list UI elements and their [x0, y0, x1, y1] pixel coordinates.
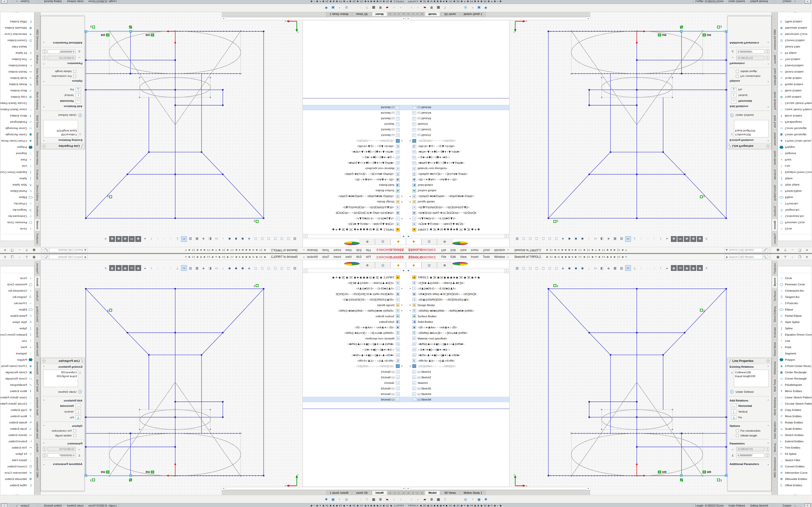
layers-icon[interactable]: ≣ [377, 496, 383, 502]
folder-settings-icon[interactable]: ▣ [330, 5, 336, 11]
tree-row-garbled[interactable]: ★ ○ƧƷƐ♣◦♟◎ΛAΦ○ ◦ ○ΦAΛ◎♟◦♣ƐƷƧ○ [303, 280, 406, 286]
layers-icon[interactable]: ≣ [429, 496, 435, 502]
tab-nav-last-icon[interactable]: ►| [420, 491, 424, 495]
expand-arrow-icon[interactable]: ► [400, 218, 403, 220]
cube-icon[interactable]: ◈ [201, 265, 206, 271]
tab-nav-first-icon[interactable]: |◄ [406, 12, 410, 16]
perpendicular-eye-icon[interactable]: ⊥ [174, 236, 180, 242]
swap-disabled-icon[interactable]: ⇅ [364, 5, 370, 11]
featuremanager-tab[interactable]: ◆ [406, 262, 421, 268]
tree-row-garbled[interactable]: ◕ ○Ƨ5♟◎Ƨ5ИNƷƐƧ5○ ◦ ○Ƨ5ƷƐNnƧ5◎♟5○ [303, 297, 406, 302]
view-3d-icon[interactable]: 3D [677, 236, 683, 242]
spline-disabled-icon[interactable]: ~ [161, 236, 167, 242]
flyout-sketch-fillet[interactable]: ◞ Sketch Fillet [778, 457, 812, 463]
tab-direct-editing[interactable]: Direct Editing [35, 182, 40, 204]
existing-relations-list[interactable]: ⊥ Collinear108 Equal length109 [43, 120, 78, 137]
tree-row-sketch2[interactable]: ∟ (-) Sketch2 [303, 375, 406, 380]
for-construction-checkbox[interactable]: For construction [728, 428, 771, 433]
expand-arrow-icon[interactable]: ► [409, 309, 412, 312]
help-icon[interactable]: ? [781, 248, 789, 252]
flyout-3-point-center-rectangle[interactable]: ◈ 3 Point Center Recta... [0, 363, 34, 369]
restore-button[interactable]: ❐ [796, 255, 803, 259]
menu-item[interactable]: Insert [331, 255, 343, 259]
dimension-109-left[interactable]: 109 [658, 34, 666, 37]
flyout-line[interactable]: / Line [778, 338, 812, 344]
tree-flyout-arrow[interactable]: › [304, 234, 307, 238]
flyout-point[interactable]: ▪ Point [0, 157, 34, 163]
menu-item[interactable]: Tools [481, 248, 492, 252]
relation-tag-3[interactable]: 3 [717, 25, 722, 29]
pointer-icon[interactable]: ▸ [664, 265, 670, 271]
flyout-segment[interactable]: ∷ Segment [778, 151, 812, 157]
appearance-icon[interactable]: ◖ [408, 5, 414, 11]
visibility-icon[interactable]: ◉ [135, 236, 141, 242]
shaded-edges-icon[interactable]: ■ [573, 236, 579, 242]
tab-mesh-modeling[interactable]: Mesh Modeling [35, 89, 40, 112]
menu-item[interactable]: File [364, 255, 373, 259]
tree-row-locked-folder[interactable]: ► ▪ ○Ƨ5ƷƐИNΛ∩·○ ◦ ○·∩ΛИNƷƐ5○ [303, 138, 406, 144]
settings-circle-icon[interactable]: ◎ [344, 5, 349, 11]
tab-model[interactable]: Model [372, 12, 387, 16]
tab-direct-editing[interactable]: Direct Editing [35, 303, 40, 325]
pin-icon[interactable]: ▸ [303, 249, 305, 252]
infinite-length-checkbox[interactable]: Infinite length [728, 69, 771, 74]
menu-item[interactable]: View [343, 248, 354, 252]
tab-mbd-dimensions[interactable]: MBD Dimensions [35, 454, 40, 481]
tree-root[interactable]: ◆ TЯPDL2. ◉ ƷƐ ◉ Ш ◉ ◉ ◉ ♣ ◉ ƆC ◉ ƷƐ ◉ ✛… [303, 227, 406, 232]
relation-item[interactable]: Equal length109 [735, 129, 767, 133]
displaymanager-tab[interactable] [344, 262, 360, 265]
arrow-down-icon[interactable]: ↓ [586, 236, 592, 242]
relation-item[interactable]: Collinear108 [45, 370, 77, 374]
tab-surfaces[interactable]: Surfaces [772, 289, 777, 303]
view-right-icon[interactable]: ▢ [540, 236, 546, 242]
visibility4-icon[interactable]: ◉ [109, 236, 115, 242]
flyout-stretch-entities[interactable]: ↦ Stretch Entities [0, 432, 34, 438]
scroll-thumb[interactable] [226, 487, 402, 490]
restore-button[interactable]: ❐ [9, 248, 16, 252]
pencil-tag[interactable] [680, 25, 683, 29]
tree-filter-row[interactable]: ▼ [406, 268, 509, 273]
scroll-right-icon[interactable]: ► [587, 487, 590, 490]
exit-sketch-icon[interactable]: ↩ [625, 265, 631, 271]
flyout-linear-sketch-pattern[interactable]: ∷ Linear Sketch Pattern [778, 394, 812, 400]
tree-row-garbled[interactable]: ▭ ○♣Ƨ9℮◦♟○∗◉[○◦○]◉∗○♟◦℮9Ƨ♣○ [303, 149, 406, 155]
add-relations-header[interactable]: Add Relations⌃ [41, 104, 84, 109]
tab-3d-views[interactable]: 3D Views [352, 491, 371, 495]
parameters-header[interactable]: Parameters⌃ [728, 61, 771, 66]
flyout-fit-spline[interactable]: ⊂ Fit Spline [0, 50, 34, 56]
filter-input[interactable] [304, 269, 401, 272]
relation-item[interactable]: Equal length109 [45, 374, 77, 378]
tab-weldments[interactable]: Weldments [772, 359, 777, 377]
shaded-edges-icon[interactable]: ■ [233, 265, 239, 271]
tree-row-garbled[interactable]: ▣ ○Ƨ5·∩∗♟Am○ ◦ ○mA♟∗∩·Ƨ5○ [406, 325, 509, 330]
arc2-disabled-icon[interactable]: ∩ [651, 265, 657, 271]
flyout-equation-driven-curve[interactable]: ƒ Equation Driven Curve [0, 169, 34, 175]
tab-direct-editing[interactable]: Direct Editing [772, 182, 777, 204]
status-custom-dropdown[interactable]: Custom ▴ [9, 503, 37, 507]
tree-row-sketch6[interactable]: ∟ (-) Sketch6 [303, 105, 406, 110]
appearance2-icon[interactable]: ◗ [415, 496, 421, 502]
menu-item[interactable]: File [439, 255, 448, 259]
tab-nav-prev-icon[interactable]: ◄ [397, 12, 401, 16]
tree-row-sketch3[interactable]: ∟ Sketch3 [406, 121, 509, 127]
tree-row-garbled[interactable]: ▭ ○·◎♣○∗◉[○◦○]◉∗○♣◎·○ [406, 347, 509, 352]
flyout-tangent-arc[interactable]: Ɔ Tangent Arc [778, 207, 812, 213]
tree-row-garbled[interactable]: ▭ ○·◎♣○∗◉[○◦○]◉∗○♣◎·○ [303, 347, 406, 352]
tab-mesh-modeling[interactable]: Mesh Modeling [35, 394, 40, 418]
tab-motion-study-1[interactable]: Motion Study 1 [326, 12, 352, 16]
tree-row-design-binder[interactable]: ► ▤ Design Binder [303, 199, 406, 205]
tab-mold-tools[interactable]: Mold Tools [772, 113, 777, 130]
flyout-circular-sketch-pattern[interactable]: ∵ Circular Sketch Pattern [0, 400, 34, 407]
dimension-109-left[interactable]: 109 [146, 470, 154, 473]
flyout-move-entities[interactable]: ↗ Move Entities [0, 88, 34, 94]
add-fix-button[interactable]: ⚓ Fix [41, 87, 84, 93]
flyout-convert-entities[interactable]: ⊡ Convert Entities [778, 38, 812, 44]
grid-icon[interactable]: # [704, 265, 709, 271]
propertymanager-tab[interactable]: ▤ [421, 262, 437, 268]
add-horizontal-button[interactable]: — Horizontal [41, 403, 84, 409]
expand-arrow-icon[interactable]: ► [400, 365, 403, 367]
grid-table-icon[interactable]: ▦ [436, 5, 441, 11]
tree-row-garbled[interactable]: ▣ ○Ƨ5·∩∗♟Am○ ◦ ○mA♟∗∩·Ƨ5○ [303, 325, 406, 330]
angle-input[interactable]: 0.00000000° [48, 50, 75, 54]
shaded-edges-icon[interactable]: ■ [573, 265, 579, 271]
